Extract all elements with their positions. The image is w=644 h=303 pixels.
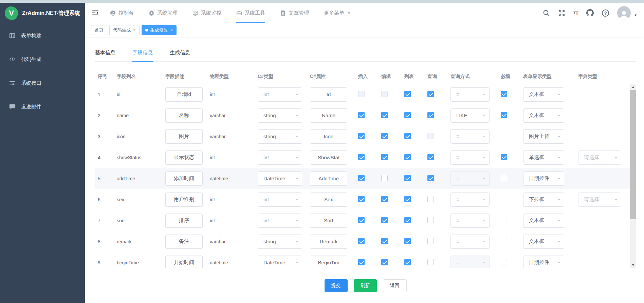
list-checkbox[interactable] <box>404 196 411 202</box>
csharp-property-input[interactable]: Id <box>310 87 347 102</box>
hamburger-icon[interactable] <box>92 10 98 16</box>
required-checkbox[interactable] <box>501 196 507 202</box>
insert-checkbox[interactable] <box>358 238 365 244</box>
display-type-select[interactable]: 图片上传 <box>523 129 564 144</box>
topnav-item[interactable]: 控制台 <box>110 3 134 23</box>
scroll-down-arrow[interactable] <box>630 262 636 268</box>
content-tab[interactable]: 字段信息 <box>132 49 153 61</box>
edit-checkbox[interactable] <box>381 259 388 265</box>
query-checkbox[interactable] <box>427 154 434 160</box>
query-type-select[interactable]: = <box>450 256 490 268</box>
display-type-select[interactable]: 文本框 <box>523 87 564 102</box>
avatar[interactable] <box>617 6 631 20</box>
topnav-item[interactable]: 系统监控 <box>192 3 221 23</box>
sidebar-item[interactable]: 发送邮件 <box>0 95 85 119</box>
search-icon[interactable] <box>543 9 550 17</box>
edit-checkbox[interactable] <box>381 154 388 160</box>
display-type-select[interactable]: 文本框 <box>523 108 564 123</box>
insert-checkbox[interactable] <box>358 259 365 265</box>
sidebar-item[interactable]: 表单构建 <box>0 24 85 47</box>
query-checkbox[interactable] <box>427 217 434 223</box>
query-type-select[interactable]: = <box>450 214 490 228</box>
required-checkbox[interactable] <box>501 91 507 97</box>
description-input[interactable]: 自增id <box>165 87 203 102</box>
csharp-type-select[interactable]: string <box>258 108 302 123</box>
tag-item[interactable]: 首页 <box>91 25 107 35</box>
list-checkbox[interactable] <box>404 259 411 265</box>
edit-checkbox[interactable] <box>381 238 388 244</box>
description-input[interactable]: 显示状态 <box>165 150 203 165</box>
display-type-select[interactable]: 下拉框 <box>523 193 564 207</box>
edit-checkbox[interactable] <box>381 175 388 181</box>
close-icon[interactable]: × <box>133 27 136 33</box>
query-checkbox[interactable] <box>427 91 434 97</box>
display-type-select[interactable]: 日期控件 <box>523 256 564 268</box>
insert-checkbox[interactable] <box>358 133 365 139</box>
description-input[interactable]: 开始时间 <box>165 256 203 268</box>
sidebar-item[interactable]: 系统接口 <box>0 71 85 95</box>
query-type-select[interactable]: = <box>450 87 490 102</box>
query-checkbox[interactable] <box>427 238 434 244</box>
tag-item[interactable]: 代码生成 × <box>109 25 140 35</box>
tag-item[interactable]: 生成修改 × <box>142 25 177 35</box>
edit-checkbox[interactable] <box>381 112 388 118</box>
query-type-select[interactable]: = <box>450 129 490 144</box>
required-checkbox[interactable] <box>501 112 507 118</box>
csharp-type-select[interactable]: string <box>258 235 302 249</box>
scroll-up-arrow[interactable] <box>630 84 636 90</box>
submit-button[interactable]: 提交 <box>325 279 348 292</box>
list-checkbox[interactable] <box>404 112 411 118</box>
list-checkbox[interactable] <box>404 175 411 181</box>
insert-checkbox[interactable] <box>358 217 365 223</box>
avatar-caret-icon[interactable]: ▼ <box>634 14 637 17</box>
insert-checkbox[interactable] <box>358 91 365 97</box>
csharp-property-input[interactable]: Icon <box>310 129 347 144</box>
topnav-item[interactable]: 系统工具 <box>236 3 265 23</box>
description-input[interactable]: 备注 <box>165 235 203 249</box>
csharp-type-select[interactable]: string <box>258 129 302 144</box>
description-input[interactable]: 名称 <box>165 108 203 123</box>
query-checkbox[interactable] <box>427 112 434 118</box>
content-tab[interactable]: 生成信息 <box>170 49 190 61</box>
display-type-select[interactable]: 单选框 <box>523 150 564 165</box>
insert-checkbox[interactable] <box>358 112 365 118</box>
query-checkbox[interactable] <box>427 133 434 139</box>
topnav-item[interactable]: 更多菜单 ∨ <box>324 3 350 23</box>
dict-type-select[interactable]: 请选择 <box>578 193 621 207</box>
required-checkbox[interactable] <box>501 238 507 244</box>
required-checkbox[interactable] <box>501 259 507 265</box>
font-size-icon[interactable]: TT <box>573 10 578 16</box>
app-logo[interactable]: V ZrAdmin.NET-管理系统 <box>0 3 85 24</box>
topnav-item[interactable]: 系统管理 <box>149 3 178 23</box>
edit-checkbox[interactable] <box>381 196 388 202</box>
display-type-select[interactable]: 文本框 <box>523 214 564 228</box>
list-checkbox[interactable] <box>404 238 411 244</box>
csharp-property-input[interactable]: ShowStat <box>310 150 347 165</box>
csharp-property-input[interactable]: Name <box>310 108 347 123</box>
close-icon[interactable]: × <box>170 27 173 33</box>
list-checkbox[interactable] <box>404 91 411 97</box>
insert-checkbox[interactable] <box>358 154 365 160</box>
edit-checkbox[interactable] <box>381 91 388 97</box>
fullscreen-icon[interactable] <box>558 9 565 17</box>
refresh-button[interactable]: 刷新 <box>354 279 377 292</box>
description-input[interactable]: 图片 <box>165 129 203 144</box>
query-type-select[interactable]: LIKE <box>450 108 490 123</box>
github-icon[interactable] <box>586 9 594 17</box>
csharp-type-select[interactable]: int <box>258 87 302 102</box>
content-tab[interactable]: 基本信息 <box>95 49 115 61</box>
list-checkbox[interactable] <box>404 133 411 139</box>
display-type-select[interactable]: 文本框 <box>523 235 564 249</box>
csharp-type-select[interactable]: int <box>258 193 302 207</box>
query-type-select[interactable]: = <box>450 235 490 249</box>
query-type-select[interactable]: = <box>450 171 490 186</box>
csharp-type-select[interactable]: DateTime <box>258 256 302 268</box>
csharp-type-select[interactable]: int <box>258 214 302 228</box>
sidebar-item[interactable]: 代码生成 <box>0 47 85 71</box>
display-type-select[interactable]: 日期控件 <box>523 171 564 186</box>
csharp-type-select[interactable]: int <box>258 150 302 165</box>
required-checkbox[interactable] <box>501 154 507 160</box>
topnav-item[interactable]: 文章管理 <box>280 3 309 23</box>
list-checkbox[interactable] <box>404 154 411 160</box>
dict-type-select[interactable]: 请选择 <box>578 150 621 165</box>
